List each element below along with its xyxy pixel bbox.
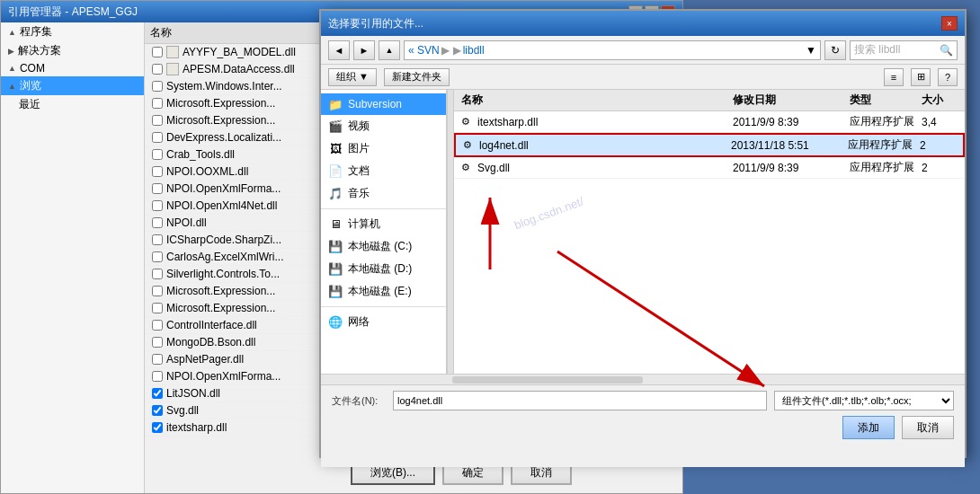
view-list-button[interactable]: ≡ [884,68,904,86]
nav-label: 网络 [348,314,370,330]
file-date: 2013/11/18 5:51 [731,139,848,152]
file-name: itextsharp.dll [477,116,538,128]
nav-label: 图片 [348,141,370,156]
ref-checkbox[interactable] [152,132,163,143]
nav-item-drive-c[interactable]: 💾 本地磁盘 (C:) [321,235,446,258]
ref-checkbox[interactable] [152,149,163,160]
nav-item-drive-e[interactable]: 💾 本地磁盘 (E:) [321,280,446,303]
ref-checkbox[interactable] [152,251,163,262]
search-placeholder: 搜索 libdll [854,42,900,57]
dialog-close-button[interactable]: × [941,16,958,31]
nav-item-subversion[interactable]: 📁 Subversion [321,93,446,115]
ref-name: MongoDB.Bson.dll [166,336,255,348]
dll-icon [166,63,179,75]
add-button[interactable]: 添加 [842,416,895,439]
file-name-cell: ⚙ itextsharp.dll [461,116,733,128]
up-button[interactable]: ▲ [379,40,400,60]
ref-checkbox[interactable] [152,217,163,228]
nav-item-video[interactable]: 🎬 视频 [321,115,446,137]
table-row-selected[interactable]: ⚙ log4net.dll 2013/11/18 5:51 应用程序扩展 2 [454,133,965,157]
nav-item-pictures[interactable]: 🖼 图片 [321,137,446,160]
tree-browse[interactable]: ▲ 浏览 [1,76,144,95]
ref-checkbox[interactable] [152,269,163,279]
ref-name: Microsoft.Expression... [166,302,275,314]
arrow-icon: ▶ [8,47,14,56]
dialog-titlebar: 选择要引用的文件... × [321,11,965,36]
action-row: 添加 取消 [332,416,954,439]
ref-checkbox[interactable] [152,234,163,245]
scroll-divider [447,90,454,374]
ref-checkbox[interactable] [152,388,163,399]
ref-checkbox[interactable] [152,81,163,92]
tree-recent[interactable]: 最近 [1,95,144,114]
tree-com[interactable]: ▲ COM [1,60,144,76]
video-icon: 🎬 [328,119,343,134]
ref-checkbox[interactable] [152,371,163,382]
tree-solution[interactable]: ▶ 解决方案 [1,41,144,60]
tree-label: COM [20,62,45,75]
forward-button[interactable]: ► [353,40,375,60]
file-size: 2 [920,139,956,152]
ref-name: NPOI.OpenXml4Net.dll [166,199,277,212]
nav-label: 视频 [348,119,370,134]
drive-icon: 💾 [328,285,343,299]
dialog-body: 📁 Subversion 🎬 视频 🖼 图片 📄 文档 🎵 音乐 🖥 [321,90,965,374]
breadcrumb-dropdown[interactable]: ▼ [806,44,816,57]
filetype-select[interactable]: 组件文件(*.dll;*.tlb;*.olb;*.ocx; [774,391,954,410]
file-size: 3,4 [922,116,958,128]
ref-checkbox[interactable] [152,47,163,57]
nav-label: 本地磁盘 (D:) [348,261,412,277]
ref-checkbox[interactable] [152,64,163,75]
ref-checkbox[interactable] [152,98,163,109]
nav-item-music[interactable]: 🎵 音乐 [321,182,446,205]
organize-button[interactable]: 组织 ▼ [328,68,377,86]
ref-name: LitJSON.dll [166,387,220,400]
file-icon: ⚙ [461,162,474,174]
ref-checkbox[interactable] [152,166,163,177]
ref-name: Crab_Tools.dll [166,148,235,161]
breadcrumb-separator: ▶ [441,44,450,57]
new-folder-button[interactable]: 新建文件夹 [384,68,450,86]
back-button[interactable]: ◄ [328,40,350,60]
table-row[interactable]: ⚙ Svg.dll 2011/9/9 8:39 应用程序扩展 2 [454,157,965,179]
nav-item-computer[interactable]: 🖥 计算机 [321,213,446,235]
view-icon-button[interactable]: ⊞ [911,68,931,86]
scrollbar-thumb[interactable] [452,376,643,384]
table-row[interactable]: ⚙ itextsharp.dll 2011/9/9 8:39 应用程序扩展 3,… [454,111,965,133]
ref-checkbox[interactable] [152,337,163,348]
arrow-icon: ▲ [8,64,16,73]
ref-checkbox[interactable] [152,303,163,313]
drive-icon: 💾 [328,262,343,277]
ref-checkbox[interactable] [152,286,163,296]
ref-checkbox[interactable] [152,405,163,416]
search-icon: 🔍 [940,44,953,57]
ref-name: Microsoft.Expression... [166,97,275,110]
file-icon: ⚙ [463,139,476,152]
filename-input[interactable] [393,391,767,410]
cancel-button[interactable]: 取消 [902,416,954,439]
ref-checkbox[interactable] [152,183,163,194]
search-bar: 搜索 libdll 🔍 [850,40,958,60]
ref-checkbox[interactable] [152,422,163,433]
file-icon: ⚙ [461,116,474,128]
horizontal-scrollbar[interactable] [321,374,965,384]
file-date: 2011/9/9 8:39 [733,162,850,174]
ref-checkbox[interactable] [152,200,163,211]
left-nav: 📁 Subversion 🎬 视频 🖼 图片 📄 文档 🎵 音乐 🖥 [321,90,447,374]
file-type: 应用程序扩展 [850,160,922,175]
help-button[interactable]: ? [938,68,958,86]
ref-checkbox[interactable] [152,115,163,126]
tree-assembles[interactable]: ▲ 程序集 [1,22,144,41]
file-type: 应用程序扩展 [848,137,920,153]
refresh-button[interactable]: ↻ [824,40,846,60]
nav-item-documents[interactable]: 📄 文档 [321,160,446,182]
nav-item-drive-d[interactable]: 💾 本地磁盘 (D:) [321,258,446,280]
ref-checkbox[interactable] [152,320,163,331]
file-name: Svg.dll [477,162,510,174]
ref-name: Svg.dll [166,404,199,417]
col-size: 大小 [922,93,958,108]
ref-name: AspNetPager.dll [166,353,244,366]
ref-checkbox[interactable] [152,354,163,365]
nav-item-network[interactable]: 🌐 网络 [321,311,446,333]
ref-name: Silverlight.Controls.To... [166,268,280,280]
